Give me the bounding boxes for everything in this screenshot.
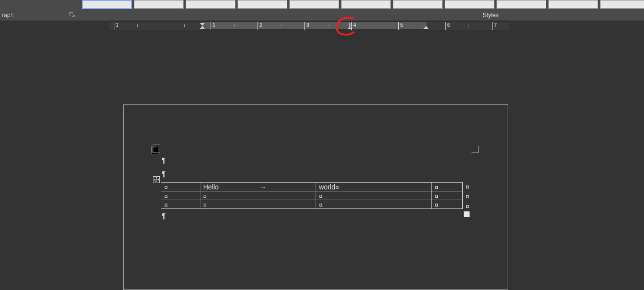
ruler-left-margin	[109, 22, 202, 30]
table-resize-handle[interactable]	[464, 211, 470, 217]
ruler-tick: 3	[304, 22, 305, 30]
style-slot[interactable]	[82, 0, 132, 9]
style-slot[interactable]	[186, 0, 236, 9]
table-row[interactable]: ¤ Hello → world¤ ¤	[161, 183, 463, 191]
paragraph-group: raph	[0, 10, 78, 21]
tab-arrow-icon: →	[259, 184, 266, 191]
table-cell[interactable]: ¤	[161, 183, 200, 191]
left-indent-handle[interactable]	[200, 22, 205, 30]
table-row[interactable]: ¤ ¤ ¤ ¤	[161, 200, 463, 209]
table-move-handle-icon[interactable]	[153, 176, 160, 183]
svg-marker-1	[200, 26, 205, 29]
paragraph-mark: ¶	[162, 156, 166, 164]
style-slot[interactable]	[445, 0, 494, 9]
table-cell[interactable]: ¤	[316, 191, 431, 200]
cell-text: Hello	[203, 183, 219, 191]
table-cell[interactable]: ¤	[431, 200, 462, 209]
ruler-tick: 6	[445, 22, 446, 30]
ruler-tick: 2	[258, 22, 258, 30]
table-cell[interactable]: ¤	[316, 200, 431, 209]
paragraph-mark: ¶	[162, 169, 166, 178]
ruler-right-margin	[427, 22, 510, 30]
ruler-tick: 5	[398, 22, 399, 30]
svg-marker-0	[200, 23, 205, 26]
document-table[interactable]: ¤ Hello → world¤ ¤ ¤ ¤ ¤ ¤ ¤ ¤ ¤ ¤	[161, 182, 463, 209]
tab-stop-handle[interactable]	[347, 22, 352, 30]
cell-text: world	[319, 183, 335, 191]
dialog-launcher-icon[interactable]	[69, 12, 75, 18]
table-cell[interactable]: ¤	[161, 191, 200, 200]
ruler-tick: 1	[114, 22, 114, 30]
table-cell[interactable]: world¤	[316, 183, 431, 191]
style-slot[interactable]	[496, 0, 546, 9]
corner-tr-icon	[472, 142, 483, 154]
document-page[interactable]: ¶ ¶ ¤ Hello → world¤ ¤ ¤ ¤ ¤ ¤ ¤ ¤ ¤ ¤	[123, 104, 508, 290]
ribbon-labels-row	[0, 10, 644, 21]
style-slot[interactable]	[600, 0, 644, 9]
style-slot[interactable]	[393, 0, 443, 9]
style-gallery[interactable]	[82, 0, 644, 10]
row-end-mark: ¤	[466, 183, 469, 190]
corner-tl-icon	[148, 142, 160, 154]
row-end-mark: ¤	[466, 203, 469, 210]
table-cell[interactable]: ¤	[431, 183, 462, 191]
paragraph-mark: ¶	[162, 211, 166, 220]
ruler-tick: 1	[211, 22, 211, 30]
style-slot[interactable]	[341, 0, 391, 9]
horizontal-ruler[interactable]: 1 1 2 3 4 5 6 7 /* decorative */	[108, 21, 509, 29]
table-cell[interactable]: ¤	[161, 200, 200, 209]
paragraph-group-label: raph	[2, 12, 14, 19]
svg-marker-2	[424, 26, 429, 29]
table-cell[interactable]: ¤	[431, 191, 462, 200]
table-cell[interactable]: Hello →	[200, 183, 316, 191]
style-slot[interactable]	[237, 0, 287, 9]
right-indent-handle[interactable]	[424, 22, 429, 30]
style-slot[interactable]	[134, 0, 184, 9]
ruler-tick: 7	[492, 22, 493, 30]
table-cell[interactable]: ¤	[200, 191, 316, 200]
style-slot[interactable]	[289, 0, 339, 9]
row-end-mark: ¤	[466, 193, 469, 200]
style-slot[interactable]	[548, 0, 598, 9]
table-cell[interactable]: ¤	[200, 200, 316, 209]
table-row[interactable]: ¤ ¤ ¤ ¤	[161, 191, 463, 200]
